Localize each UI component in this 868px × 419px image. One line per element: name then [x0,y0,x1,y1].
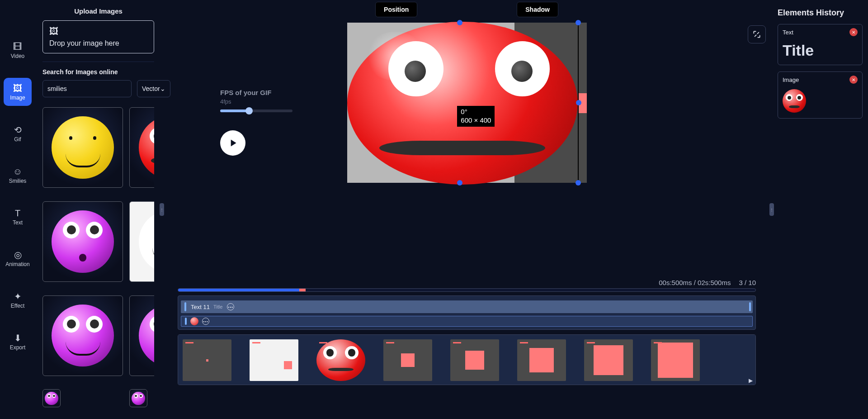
position-button[interactable]: Position [375,2,417,17]
dropzone-label: Drop your image here [49,39,147,48]
image-result[interactable] [42,389,61,407]
smilies-icon: ☺ [13,167,22,177]
image-icon: 🖼 [13,83,22,94]
selection-handle[interactable] [457,180,462,186]
delete-button[interactable]: ✕ [849,76,858,84]
center-area: Position Shadow FPS of your GIF 4fps [161,0,772,419]
left-panel: Upload Images 🖼 Drop your image here Sea… [35,0,161,419]
fps-label: FPS of your GIF [220,89,292,96]
track-handle[interactable] [185,318,187,324]
history-item-type: Text [783,29,793,36]
effect-icon: ✦ [14,291,22,302]
text-icon: T [15,208,20,219]
nav-item-smilies[interactable]: ☺Smilies [4,161,32,189]
nav-item-text[interactable]: TText [4,203,32,231]
timeline-frame-count: 3 / 10 [739,279,756,286]
canvas-image-element[interactable] [347,22,578,185]
track-label: Text 11 [191,304,210,310]
frame-thumb[interactable] [183,339,231,381]
selection-handle[interactable] [457,20,462,25]
track-handle[interactable] [184,302,186,311]
image-result[interactable] [42,107,123,188]
nav-item-effect[interactable]: ✦Effect [4,286,32,314]
history-item-text[interactable]: Text ✕ Title [778,24,863,65]
fullscreen-button[interactable] [748,25,766,43]
selection-info: 0° 600 × 400 [457,106,495,127]
image-result[interactable] [129,389,147,407]
timeline: 00s:500ms / 02s:500ms 3 / 10 Text 11 Tit… [161,279,772,419]
nav-label: Gif [14,136,21,143]
shadow-button[interactable]: Shadow [517,2,558,17]
stage: FPS of your GIF 4fps [161,21,772,279]
frame-strip[interactable]: ▶ [178,334,756,385]
image-result[interactable] [129,107,154,188]
frame-thumb[interactable] [450,339,499,381]
track-menu-button[interactable]: ••• [227,303,234,310]
fps-control: FPS of your GIF 4fps [220,89,292,279]
play-button[interactable] [220,130,245,156]
frame-thumb[interactable] [584,339,633,381]
upload-title: Upload Images [42,7,154,15]
timeline-progress[interactable] [178,288,756,292]
right-panel: ⋮ Elements History Text ✕ Title Image ✕ [772,0,868,419]
track-menu-button[interactable]: ••• [202,318,209,325]
nav-label: Export [10,344,26,351]
history-item-image[interactable]: Image ✕ [778,71,863,119]
frame-thumb[interactable] [250,339,298,381]
nav-item-gif[interactable]: ⟲Gif [4,119,32,148]
track-handle[interactable] [749,302,751,311]
timeline-time: 00s:500ms / 02s:500ms [659,279,731,286]
scroll-right-icon[interactable]: ▶ [749,377,753,384]
image-result[interactable] [42,201,123,282]
timeline-track-text[interactable]: Text 11 Title ••• [181,300,753,313]
timeline-tracks: Text 11 Title ••• ••• [178,295,756,330]
nav-item-image[interactable]: 🖼Image [4,78,32,106]
canvas-topbar: Position Shadow [161,0,772,21]
nav-label: Text [13,219,23,226]
fps-slider[interactable] [220,110,292,112]
nav-item-animation[interactable]: ◎Animation [4,244,32,272]
history-text-preview: Title [783,42,858,59]
canvas[interactable]: 0° 600 × 400 [347,23,587,183]
timeline-track-image[interactable]: ••• [181,316,753,327]
track-sub: Title [213,304,222,309]
frame-thumb[interactable] [517,339,566,381]
gif-icon: ⟲ [14,124,22,135]
search-label: Search for Images online [42,62,154,76]
search-results [42,107,154,419]
history-image-preview [783,89,806,113]
image-result[interactable] [42,295,123,376]
play-icon [227,137,239,149]
panel-resize-handle[interactable]: ⋮ [769,203,774,216]
image-icon: 🖼 [49,26,147,37]
video-icon: 🎞 [13,42,22,52]
history-title: Elements History [778,8,863,18]
tool-nav: 🎞Video🖼Image⟲Gif☺SmiliesTText◎Animation✦… [0,0,35,419]
selection-dimensions: 600 × 400 [461,116,491,125]
dropzone[interactable]: 🖼 Drop your image here [42,20,154,53]
nav-item-export[interactable]: ⬇Export [4,328,32,356]
export-icon: ⬇ [14,333,22,343]
track-thumb [190,317,198,325]
frame-thumb[interactable] [651,339,700,381]
nav-label: Video [11,53,24,59]
nav-label: Smilies [9,178,27,184]
selection-handle[interactable] [576,100,581,105]
nav-label: Image [10,95,25,101]
nav-label: Animation [5,261,29,267]
fullscreen-icon [752,30,761,39]
selection-rotation: 0° [461,108,491,116]
image-result[interactable] [129,295,154,376]
animation-icon: ◎ [14,249,22,260]
search-input[interactable] [42,80,132,97]
frame-thumb[interactable] [383,339,432,381]
nav-item-video[interactable]: 🎞Video [4,36,32,64]
history-item-type: Image [783,76,799,83]
frame-thumb[interactable] [316,339,365,381]
image-result[interactable] [129,201,154,282]
nav-label: Effect [11,303,24,309]
delete-button[interactable]: ✕ [849,28,858,36]
search-type-value: Vector [142,85,160,92]
fps-value: 4fps [220,98,292,105]
